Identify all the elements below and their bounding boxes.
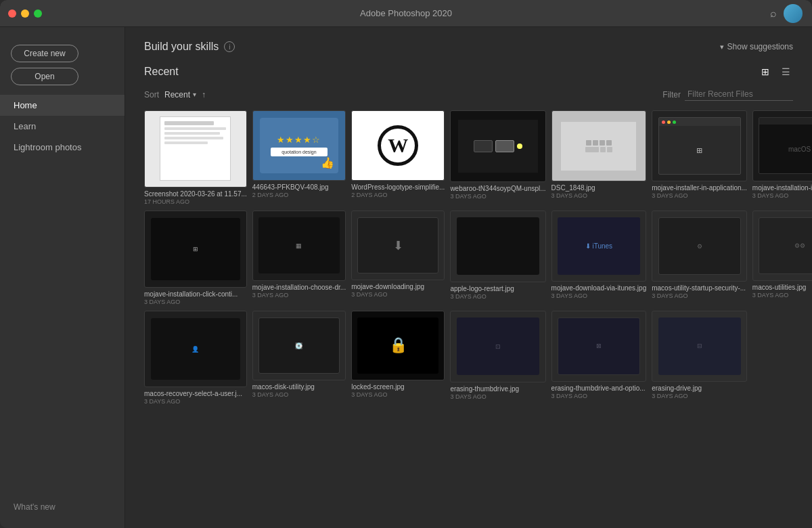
skills-title: Build your skills i	[144, 41, 235, 53]
list-item[interactable]: ★★★★☆ quotation design 👍 446643-PFKBQV-4…	[252, 110, 346, 205]
thumbnail-image: ⊡	[450, 311, 545, 382]
sidebar-action-buttons: Create new Open	[0, 35, 125, 95]
thumbnail-image	[144, 110, 247, 188]
close-button[interactable]	[8, 9, 16, 18]
thumbnail-image: ★★★★☆ quotation design 👍	[252, 110, 346, 181]
thumbnail-image: ⬇	[351, 211, 445, 281]
list-item[interactable]: apple-logo-restart.jpg 3 DAYS AGO	[450, 211, 545, 305]
thumbnail-image: W	[351, 110, 445, 181]
sort-direction-button[interactable]: ↑	[202, 90, 206, 100]
list-item[interactable]: ⊞ mojave-installer-in-application... 3 D…	[652, 110, 747, 205]
file-date: 3 DAYS AGO	[351, 291, 445, 298]
file-name: mojave-downloading.jpg	[351, 283, 445, 290]
file-name: mojave-installer-in-application...	[652, 184, 747, 192]
sidebar-nav: Home Learn Lightroom photos	[0, 95, 125, 494]
file-name: erasing-drive.jpg	[652, 384, 747, 392]
file-date: 3 DAYS AGO	[351, 391, 445, 398]
thumbnail-image: 💽	[252, 311, 346, 381]
list-item[interactable]: ⚙⚙ macos-utilities.jpg 3 DAYS AGO	[752, 211, 812, 305]
recent-header: Recent ⊞ ☰	[144, 65, 793, 79]
list-item[interactable]: ⊞ mojave-installation-click-conti... 3 D…	[144, 211, 247, 305]
file-date: 3 DAYS AGO	[551, 292, 647, 299]
thumbnail-image: macOS	[752, 110, 812, 181]
file-name: mojave-installation-click-conti...	[144, 290, 247, 298]
thumbnail-image: ⊠	[551, 311, 647, 382]
search-icon[interactable]: ⌕	[770, 7, 777, 20]
list-item[interactable]: ⚙ macos-utility-startup-security-... 3 D…	[652, 211, 747, 305]
list-item[interactable]: ▦ mojave-installation-choose-dr... 3 DAY…	[252, 211, 346, 305]
grid-view-button[interactable]: ⊞	[759, 65, 772, 79]
file-date: 3 DAYS AGO	[450, 393, 545, 400]
list-item[interactable]: ⬇ iTunes mojave-download-via-itunes.jpg …	[551, 211, 647, 305]
maximize-button[interactable]	[34, 9, 42, 18]
file-name: mojave-installation-in-progres...	[752, 184, 812, 192]
thumbnail-image: ⊞	[652, 110, 747, 181]
sidebar: Create new Open Home Learn Lightroom pho…	[0, 27, 125, 528]
list-item[interactable]: webaroo-tN344soypQM-unspl... 3 DAYS AGO	[450, 110, 545, 205]
thumbnail-image	[551, 110, 647, 181]
file-name: mojave-installation-choose-dr...	[252, 284, 346, 291]
filter-input[interactable]	[685, 88, 793, 101]
thumbnail-image	[450, 110, 545, 182]
list-item[interactable]: W WordPress-logotype-simplifie... 2 DAYS…	[351, 110, 445, 205]
file-date: 2 DAYS AGO	[252, 192, 346, 198]
sort-dropdown[interactable]: Recent ▾	[164, 90, 196, 100]
minimize-button[interactable]	[21, 9, 29, 18]
recent-controls-right: ⊞ ☰	[759, 65, 793, 79]
thumbnail-image: ⊟	[652, 311, 747, 382]
file-date: 3 DAYS AGO	[652, 393, 747, 399]
list-item[interactable]: ⊡ erasing-thumbdrive.jpg 3 DAYS AGO	[450, 311, 545, 405]
avatar[interactable]	[784, 4, 803, 23]
traffic-lights	[8, 9, 42, 18]
list-item[interactable]: 👤 macos-recovery-select-a-user.j... 3 DA…	[144, 311, 247, 405]
file-name: macos-utility-startup-security-...	[652, 284, 747, 292]
file-name: apple-logo-restart.jpg	[450, 285, 545, 292]
file-date: 3 DAYS AGO	[551, 393, 647, 399]
info-icon[interactable]: i	[224, 41, 235, 52]
open-button[interactable]: Open	[11, 68, 78, 85]
sidebar-item-lightroom[interactable]: Lightroom photos	[0, 137, 125, 158]
file-name: mojave-download-via-itunes.jpg	[551, 284, 647, 292]
file-name: webaroo-tN344soypQM-unspl...	[450, 185, 545, 192]
thumbnail-image: ⊞	[144, 211, 247, 288]
chevron-down-icon: ▾	[720, 43, 724, 51]
thumbnail-image: ⚙⚙	[752, 211, 812, 282]
file-date: 3 DAYS AGO	[551, 192, 647, 199]
list-item[interactable]: DSC_1848.jpg 3 DAYS AGO	[551, 110, 647, 205]
filter-label: Filter	[662, 90, 681, 100]
list-item[interactable]: Screenshot 2020-03-26 at 11.57... 17 HOU…	[144, 110, 247, 205]
thumbnail-image	[450, 211, 545, 282]
sidebar-item-home[interactable]: Home	[0, 95, 125, 116]
skills-header: Build your skills i ▾ Show suggestions	[125, 27, 812, 60]
file-name: macos-disk-utility.jpg	[252, 383, 346, 391]
sidebar-item-learn[interactable]: Learn	[0, 116, 125, 137]
main-content: Build your skills i ▾ Show suggestions R…	[125, 27, 812, 528]
list-item[interactable]: ⊟ erasing-drive.jpg 3 DAYS AGO	[652, 311, 747, 405]
file-date: 3 DAYS AGO	[144, 398, 247, 405]
list-item[interactable]: macOS mojave-installation-in-progres... …	[752, 110, 812, 205]
thumbnail-image: ⬇ iTunes	[551, 211, 647, 282]
list-item[interactable]: 🔒 locked-screen.jpg 3 DAYS AGO	[351, 311, 445, 405]
file-name: erasing-thumbdrive.jpg	[450, 385, 545, 393]
file-date: 3 DAYS AGO	[450, 193, 545, 200]
thumbnail-image: ⚙	[652, 211, 747, 282]
app-body: Create new Open Home Learn Lightroom pho…	[0, 27, 812, 528]
create-new-button[interactable]: Create new	[11, 45, 78, 62]
whats-new-link[interactable]: What's new	[0, 494, 125, 520]
file-name: locked-screen.jpg	[351, 383, 445, 391]
list-item[interactable]: 💽 macos-disk-utility.jpg 3 DAYS AGO	[252, 311, 346, 405]
thumbnail-image: ▦	[252, 211, 346, 281]
file-date: 3 DAYS AGO	[252, 391, 346, 398]
thumbnail-image: 👤	[144, 311, 247, 388]
controls-row: Sort Recent ▾ ↑ Filter	[144, 88, 793, 101]
file-name: Screenshot 2020-03-26 at 11.57...	[144, 190, 247, 198]
list-view-button[interactable]: ☰	[779, 65, 793, 79]
file-date: 17 HOURS AGO	[144, 198, 247, 205]
sort-label: Sort	[144, 90, 159, 100]
list-item[interactable]: ⬇ mojave-downloading.jpg 3 DAYS AGO	[351, 211, 445, 305]
file-name: 446643-PFKBQV-408.jpg	[252, 183, 346, 191]
list-item[interactable]: ⊠ erasing-thumbdrive-and-optio... 3 DAYS…	[551, 311, 647, 405]
sort-chevron-icon: ▾	[193, 91, 196, 98]
sort-value: Recent	[164, 90, 190, 100]
show-suggestions-button[interactable]: ▾ Show suggestions	[720, 42, 793, 51]
